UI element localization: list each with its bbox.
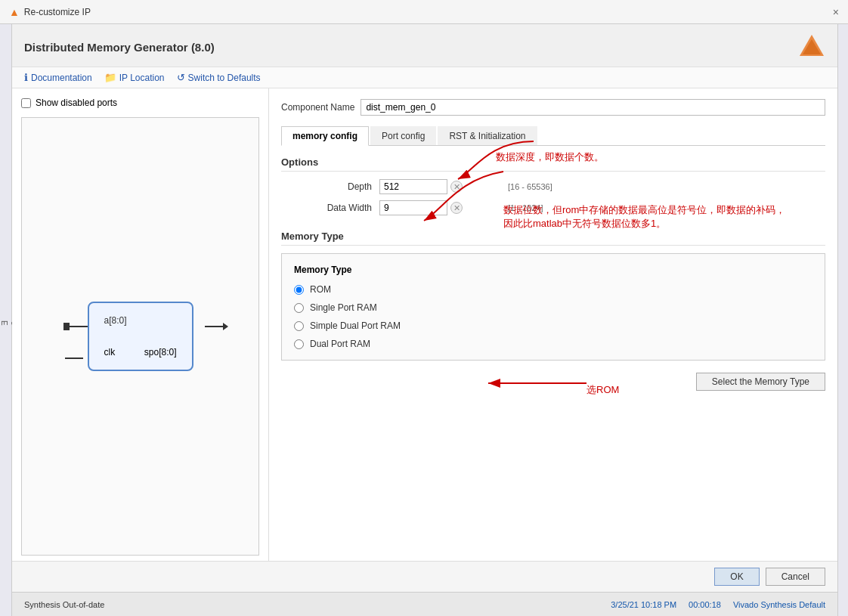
timer: 00:00:18 (689, 600, 721, 609)
app-icon: ▲ (9, 6, 20, 18)
show-disabled-ports-row: Show disabled ports (21, 98, 259, 108)
folder-icon: 📁 (104, 72, 116, 83)
options-section-title: Options (281, 156, 825, 172)
synthesis-status: Synthesis Out-of-date (24, 600, 104, 609)
select-memory-type-button[interactable]: Select the Memory Type (696, 373, 825, 391)
component-block: a[8:0] clk spo[8:0] (88, 302, 193, 371)
close-button[interactable]: × (833, 6, 839, 18)
left-strip: E g M T (0, 24, 12, 616)
tab-port-config[interactable]: Port config (370, 126, 436, 145)
toolbar: ℹ Documentation 📁 IP Location ↺ Switch t… (12, 67, 837, 88)
cancel-button[interactable]: Cancel (766, 568, 825, 586)
documentation-label: Documentation (31, 73, 92, 83)
window-header: Distributed Memory Generator (8.0) (12, 24, 837, 67)
component-name-label: Component Name (281, 102, 354, 113)
datawidth-input[interactable]: 9 (379, 200, 447, 215)
xilinx-logo (798, 33, 825, 60)
show-disabled-ports-checkbox[interactable] (21, 98, 31, 108)
switch-defaults-button[interactable]: ↺ Switch to Defaults (177, 72, 261, 83)
radio-rom-label: ROM (310, 284, 331, 295)
dialog-buttons: OK Cancel (12, 561, 837, 592)
info-icon: ℹ (24, 72, 28, 83)
right-panel: Component Name dist_mem_gen_0 memory con… (269, 88, 837, 561)
left-panel: Show disabled ports (12, 88, 269, 561)
radio-dual-port-ram[interactable]: Dual Port RAM (294, 339, 812, 349)
component-diagram: a[8:0] clk spo[8:0] (21, 117, 259, 556)
refresh-icon: ↺ (177, 72, 185, 83)
depth-input[interactable]: 512 (379, 179, 447, 194)
port-clk: clk (104, 347, 116, 358)
radio-simple-dual-port-ram-label: Simple Dual Port RAM (310, 320, 401, 331)
radio-dual-port-ram-input[interactable] (294, 339, 304, 349)
tab-rst-init[interactable]: RST & Initialization (438, 126, 537, 145)
datawidth-input-wrap: 9 ✕ (379, 200, 500, 215)
radio-dual-port-ram-label: Dual Port RAM (310, 339, 370, 349)
radio-group: ROM Single Port RAM Simple Dual Port RAM (294, 284, 812, 349)
ip-location-button[interactable]: 📁 IP Location (104, 72, 165, 83)
depth-range: [16 - 65536] (508, 182, 825, 191)
datawidth-range: [1 - 1024] (508, 203, 825, 212)
show-disabled-ports-label: Show disabled ports (36, 98, 117, 108)
switch-defaults-label: Switch to Defaults (188, 73, 261, 83)
port-a: a[8:0] (104, 315, 177, 326)
memory-type-section-title: Memory Type (281, 231, 825, 246)
documentation-button[interactable]: ℹ Documentation (24, 72, 92, 83)
window-title: Distributed Memory Generator (8.0) (24, 41, 215, 54)
title-bar: ▲ Re-customize IP × (0, 0, 848, 24)
memory-type-inner-title: Memory Type (294, 265, 812, 275)
window-title: Re-customize IP (24, 7, 91, 17)
bottom-bar: Synthesis Out-of-date 3/25/21 10:18 PM 0… (12, 592, 837, 616)
timestamp: 3/25/21 10:18 PM (611, 600, 676, 609)
datawidth-clear-btn[interactable]: ✕ (450, 202, 463, 214)
options-grid: Depth 512 ✕ [16 - 65536] Data Width 9 ✕ (281, 179, 825, 215)
datawidth-label: Data Width (281, 203, 372, 213)
radio-rom-input[interactable] (294, 285, 304, 295)
radio-single-port-ram-label: Single Port RAM (310, 302, 377, 313)
radio-single-port-ram[interactable]: Single Port RAM (294, 302, 812, 313)
component-name-row: Component Name dist_mem_gen_0 (281, 99, 825, 116)
depth-input-wrap: 512 ✕ (379, 179, 500, 194)
port-spo: spo[8:0] (144, 347, 177, 358)
depth-clear-btn[interactable]: ✕ (450, 181, 463, 193)
right-strip (837, 24, 848, 616)
ok-button[interactable]: OK (714, 568, 759, 586)
radio-simple-dual-port-ram[interactable]: Simple Dual Port RAM (294, 320, 812, 331)
radio-simple-dual-port-ram-input[interactable] (294, 321, 304, 331)
right-panel-wrap: Component Name dist_mem_gen_0 memory con… (269, 88, 837, 561)
radio-rom[interactable]: ROM (294, 284, 812, 295)
component-name-input[interactable]: dist_mem_gen_0 (361, 99, 825, 116)
port-clk-label: clk (104, 347, 116, 358)
radio-single-port-ram-input[interactable] (294, 303, 304, 313)
port-spo-label: spo[8:0] (144, 347, 177, 358)
ip-location-label: IP Location (119, 73, 165, 83)
tabs: memory config Port config RST & Initiali… (281, 126, 825, 146)
vivado-mode: Vivado Synthesis Default (733, 600, 825, 609)
memory-type-inner: Memory Type ROM Single Port RAM (281, 253, 825, 361)
memory-type-section: Memory Type Memory Type ROM (281, 231, 825, 361)
depth-label: Depth (281, 181, 372, 192)
port-a-label: a[8:0] (104, 315, 127, 326)
tab-memory-config[interactable]: memory config (281, 126, 369, 146)
